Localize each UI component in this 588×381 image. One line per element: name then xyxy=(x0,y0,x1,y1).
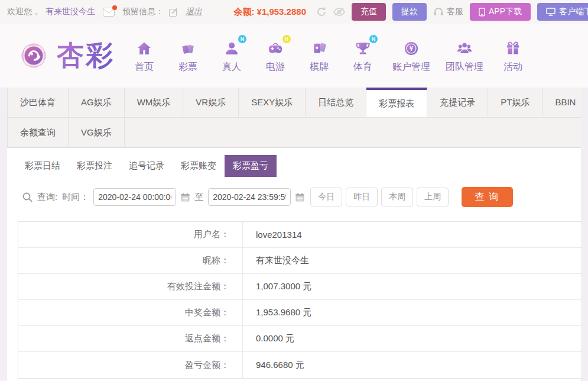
brand-name: 杏彩 xyxy=(57,37,115,74)
row-label: 昵称： xyxy=(18,248,243,273)
client-download-button[interactable]: 客户端下载 xyxy=(537,3,588,21)
topbar-left: 欢迎您， 有来世没今生 预留信息： 退出 xyxy=(7,7,202,17)
trophy-icon: N xyxy=(355,38,371,57)
welcome-text: 欢迎您， xyxy=(7,7,40,17)
quick-range-button[interactable]: 昨日 xyxy=(346,188,378,206)
nav-item-cards[interactable]: 棋牌 xyxy=(305,38,333,73)
site-logo[interactable]: 杏彩 xyxy=(17,37,115,74)
table-row: 中奖金额： 1,953.9680 元 xyxy=(18,300,581,326)
customer-service-label: 客服 xyxy=(447,7,463,17)
time-label: 时间： xyxy=(62,192,89,203)
tab[interactable]: 沙巴体育 xyxy=(7,88,69,117)
nav-item-lottery[interactable]: 彩票 xyxy=(174,38,202,73)
tab[interactable]: VG娱乐 xyxy=(69,118,125,147)
nav-label: 活动 xyxy=(503,61,522,73)
quick-range-buttons: 今日昨日本周上周 xyxy=(310,188,449,206)
tab[interactable]: AG娱乐 xyxy=(69,88,125,117)
nav-label: 电游 xyxy=(266,61,285,73)
tab[interactable]: VR娱乐 xyxy=(183,88,239,117)
calendar-icon[interactable] xyxy=(295,193,304,202)
tab[interactable]: WM娱乐 xyxy=(125,88,184,117)
table-row: 返点金额： 0.0000 元 xyxy=(18,326,581,352)
edit-icon[interactable] xyxy=(169,8,178,17)
nav-item-live[interactable]: N 真人 xyxy=(217,38,246,73)
tab[interactable]: 彩票报表 xyxy=(366,88,427,117)
nav-item-sports[interactable]: N 体育 xyxy=(349,38,377,73)
tab[interactable]: SEXY娱乐 xyxy=(239,88,306,117)
mail-icon[interactable] xyxy=(103,8,115,17)
quick-range-button[interactable]: 今日 xyxy=(310,188,342,206)
eye-slash-icon[interactable] xyxy=(333,8,345,16)
table-row: 用户名： love201314 xyxy=(18,222,581,248)
lottery-subnav: 彩票日结彩票投注追号记录彩票账变彩票盈亏 xyxy=(7,148,581,177)
row-value: 0.0000 元 xyxy=(243,326,294,351)
datetime-from-input[interactable] xyxy=(93,188,176,206)
quick-range-button[interactable]: 本周 xyxy=(381,188,413,206)
header: 杏彩 首页 彩票 N 真人 H 电游 xyxy=(0,24,588,88)
svg-text:¥: ¥ xyxy=(410,44,414,52)
quick-range-button[interactable]: 上周 xyxy=(417,188,449,206)
recharge-button[interactable]: 充值 xyxy=(352,3,386,21)
logout-link[interactable]: 退出 xyxy=(186,7,202,17)
tab[interactable]: 充提记录 xyxy=(427,88,488,117)
client-download-label: 客户端下载 xyxy=(559,7,588,17)
tab[interactable]: BBIN xyxy=(542,88,588,117)
search-icon xyxy=(22,192,33,202)
nav-item-egames[interactable]: H 电游 xyxy=(261,38,290,73)
tab[interactable]: 日结总览 xyxy=(306,88,366,117)
subtab[interactable]: 彩票账变 xyxy=(173,155,225,177)
tab-row-1: 沙巴体育AG娱乐WM娱乐VR娱乐SEXY娱乐日结总览彩票报表充提记录PT娱乐BB… xyxy=(7,88,581,118)
app-download-button[interactable]: APP下载 xyxy=(470,3,531,21)
report-tabbar: 沙巴体育AG娱乐WM娱乐VR娱乐SEXY娱乐日结总览彩票报表充提记录PT娱乐BB… xyxy=(7,88,581,148)
playing-cards-icon xyxy=(311,38,327,57)
home-icon xyxy=(136,38,152,57)
main-container: 沙巴体育AG娱乐WM娱乐VR娱乐SEXY娱乐日结总览彩票报表充提记录PT娱乐BB… xyxy=(7,88,581,381)
unread-dot xyxy=(112,5,117,10)
withdraw-button[interactable]: 提款 xyxy=(392,3,427,21)
username: 有来世没今生 xyxy=(46,7,95,17)
nav-label: 体育 xyxy=(353,61,372,73)
new-badge: N xyxy=(369,35,378,43)
refresh-icon[interactable] xyxy=(316,7,327,17)
headset-icon xyxy=(433,7,444,17)
nav-item-promotions[interactable]: 活动 xyxy=(499,38,527,73)
phone-icon xyxy=(479,8,485,17)
customer-service-link[interactable]: 客服 xyxy=(433,7,463,17)
reserved-info-label: 预留信息： xyxy=(122,7,164,17)
subtab[interactable]: 追号记录 xyxy=(121,155,173,177)
topbar-right: 余额: ¥1,953.2880 充值 提款 客服 APP下载 客户端下载 xyxy=(233,3,588,21)
content-area: 彩票日结彩票投注追号记录彩票账变彩票盈亏 查询: 时间： 至 今日昨日本周上周 … xyxy=(7,148,581,381)
balance-text: 余额: ¥1,953.2880 xyxy=(233,7,306,18)
row-label: 中奖金额： xyxy=(18,300,243,325)
nav-item-team[interactable]: 团队管理 xyxy=(446,38,483,73)
topbar: 欢迎您， 有来世没今生 预留信息： 退出 余额: ¥1,953.2880 充值 … xyxy=(0,0,588,24)
subtab[interactable]: 彩票投注 xyxy=(69,155,121,177)
live-dealer-icon: N xyxy=(223,38,240,57)
nav-label: 真人 xyxy=(222,61,241,73)
row-value: 1,007.3000 元 xyxy=(243,274,311,299)
datetime-to-input[interactable] xyxy=(208,188,291,206)
subtab[interactable]: 彩票日结 xyxy=(17,155,69,177)
row-value: 有来世没今生 xyxy=(243,248,309,273)
row-value: love201314 xyxy=(243,222,302,247)
subtab[interactable]: 彩票盈亏 xyxy=(225,155,277,177)
profit-report-table: 用户名： love201314 昵称： 有来世没今生 有效投注金额： 1,007… xyxy=(18,221,582,379)
nav-item-account[interactable]: ¥ 账户管理 xyxy=(392,38,430,73)
row-label: 有效投注金额： xyxy=(18,274,243,299)
to-separator: 至 xyxy=(194,192,203,203)
query-submit-button[interactable]: 查 询 xyxy=(462,187,512,207)
nav-label: 彩票 xyxy=(178,61,197,73)
row-label: 返点金额： xyxy=(18,326,243,351)
query-bar: 查询: 时间： 至 今日昨日本周上周 查 询 xyxy=(22,187,581,207)
row-label: 盈亏金额： xyxy=(18,352,243,378)
calendar-icon[interactable] xyxy=(181,193,190,202)
main-nav: 首页 彩票 N 真人 H 电游 棋牌 xyxy=(130,38,527,73)
nav-item-home[interactable]: 首页 xyxy=(130,38,158,73)
tab[interactable]: 余额查询 xyxy=(7,118,69,147)
table-row: 有效投注金额： 1,007.3000 元 xyxy=(18,274,581,300)
row-value: 946.6680 元 xyxy=(243,352,304,378)
hot-badge: H xyxy=(282,35,291,43)
logo-flower-icon xyxy=(17,38,51,73)
tab[interactable]: PT娱乐 xyxy=(488,88,542,117)
row-value: 1,953.9680 元 xyxy=(243,300,311,325)
